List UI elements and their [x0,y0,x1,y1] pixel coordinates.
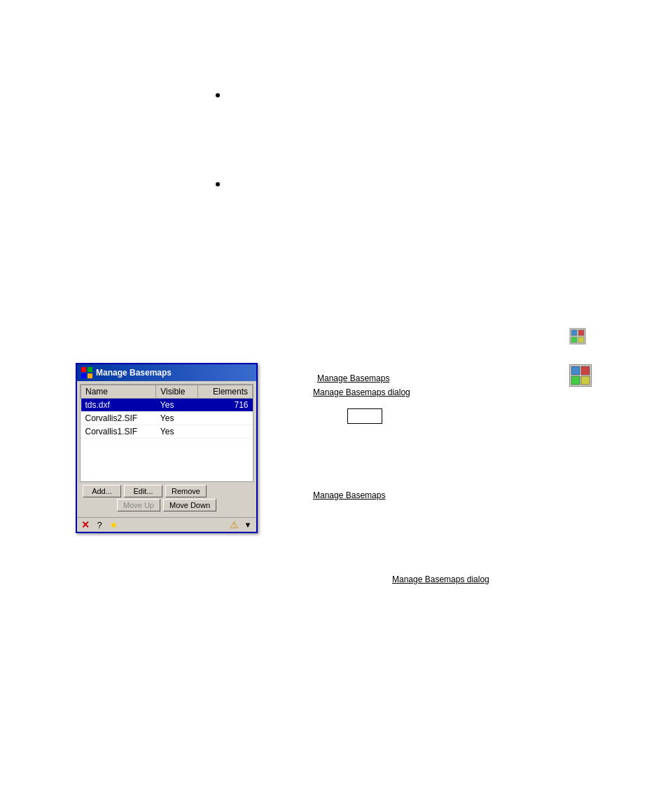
svg-rect-8 [581,376,590,385]
small-box-outline [347,408,382,424]
row-name: Corvallis2.SIF [81,412,156,425]
row-elements: 716 [197,399,252,412]
row-visible: Yes [156,425,198,439]
dialog-titlebar[interactable]: Manage Basemaps [77,364,256,381]
row-name: tds.dxf [81,399,156,412]
svg-rect-4 [578,337,584,343]
status-close-icon[interactable]: ✕ [80,519,91,530]
small-icon-top-right [569,328,586,345]
status-star-icon[interactable]: ★ [108,519,119,530]
dialog-statusbar: ✕ ? ★ ⚠ ▼ [77,517,256,532]
row-elements [197,425,252,439]
col-header-elements: Elements [197,385,252,399]
status-help-icon[interactable]: ? [94,519,105,530]
button-row-2: Move Up Move Down [80,499,253,514]
row-visible: Yes [156,399,198,412]
dialog-content: Name Visible Elements tds.dxf Yes 716 Co… [77,381,256,517]
basemap-table: Name Visible Elements tds.dxf Yes 716 Co… [81,385,253,439]
add-button[interactable]: Add... [83,485,121,497]
svg-rect-9 [81,367,86,372]
row-name: Corvallis1.SIF [81,425,156,439]
svg-rect-6 [581,366,590,375]
table-row[interactable]: Corvallis1.SIF Yes [81,425,253,439]
edit-button[interactable]: Edit... [124,485,162,497]
link-manage-basemaps-1[interactable]: Manage Basemaps [317,373,389,383]
dialog-title: Manage Basemaps [96,368,172,378]
svg-rect-5 [571,366,580,375]
svg-rect-11 [81,373,86,378]
row-elements [197,412,252,425]
svg-rect-10 [88,367,92,372]
svg-rect-7 [571,376,580,385]
move-down-button[interactable]: Move Down [163,499,216,511]
svg-rect-2 [578,330,584,336]
link-manage-basemaps-dialog-1[interactable]: Manage Basemaps dialog [313,387,410,397]
svg-rect-1 [571,330,577,336]
status-scroll-icon[interactable]: ▼ [242,519,253,530]
remove-button[interactable]: Remove [165,485,207,497]
basemap-list-container[interactable]: Name Visible Elements tds.dxf Yes 716 Co… [80,384,253,482]
col-header-name: Name [81,385,156,399]
manage-basemaps-dialog: Manage Basemaps Name Visible Elements td… [76,363,258,533]
col-header-visible: Visible [156,385,198,399]
row-visible: Yes [156,412,198,425]
svg-rect-12 [88,373,92,378]
bullet-1 [216,93,220,97]
bullet-2 [216,182,220,186]
link-manage-basemaps-2[interactable]: Manage Basemaps [313,490,385,500]
large-icon-right [569,364,592,387]
button-row-1: Add... Edit... Remove [80,482,253,499]
table-row[interactable]: Corvallis2.SIF Yes [81,412,253,425]
dialog-titlebar-icon [81,367,92,378]
link-manage-basemaps-dialog-2[interactable]: Manage Basemaps dialog [392,574,489,584]
move-up-button[interactable]: Move Up [117,499,160,511]
status-warning-icon[interactable]: ⚠ [228,519,239,530]
table-row[interactable]: tds.dxf Yes 716 [81,399,253,412]
svg-rect-3 [571,337,577,343]
